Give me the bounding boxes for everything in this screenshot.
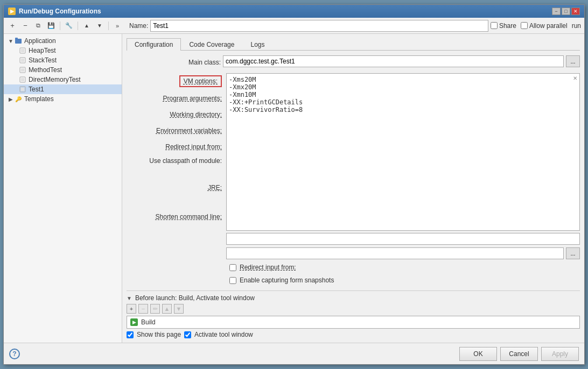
working-dir-label-cell: Working directory: <box>127 107 226 123</box>
sidebar-item-application-label: Application <box>24 37 56 45</box>
share-checkbox-label[interactable]: Share <box>491 22 516 30</box>
tab-logs[interactable]: Logs <box>242 38 272 51</box>
bottom-bar: ? OK Cancel Apply <box>4 343 584 364</box>
title-bar: ▶ Run/Debug Configurations − □ ✕ <box>4 5 584 18</box>
use-classpath-label-cell: Use classpath of module: <box>127 155 226 182</box>
before-launch-section: ▼ Before launch: Build, Activate tool wi… <box>127 290 580 338</box>
leaf-spacer-5 <box>11 86 19 93</box>
name-input[interactable] <box>150 20 488 32</box>
ok-button[interactable]: OK <box>459 347 497 361</box>
sidebar-item-templates[interactable]: ▶ 🔑 Templates <box>4 94 122 104</box>
redirect-row: Redirect input from: <box>127 264 580 271</box>
svg-rect-11 <box>21 88 24 91</box>
leaf-spacer-2 <box>11 56 19 64</box>
apply-button[interactable]: Apply <box>541 347 579 361</box>
settings-button[interactable]: 🔧 <box>64 20 74 31</box>
build-label: Build <box>141 318 156 326</box>
svg-rect-1 <box>15 38 18 39</box>
before-launch-toolbar: + − ✏ ▲ ▼ <box>127 304 580 314</box>
redirect-label: Redirect input from: <box>165 143 222 151</box>
name-label: Name: <box>129 22 148 30</box>
activate-window-checkbox[interactable] <box>184 331 191 338</box>
bl-add-button[interactable]: + <box>127 304 136 314</box>
title-bar-controls: − □ ✕ <box>552 8 580 15</box>
working-dir-label: Working directory: <box>170 111 222 118</box>
sidebar-item-heaptest[interactable]: HeapTest <box>4 46 122 55</box>
copy-button[interactable]: ⧉ <box>33 20 44 31</box>
sidebar: ▼ Application HeapTest <box>4 34 122 343</box>
vm-close-button[interactable]: ✕ <box>571 74 579 82</box>
share-label: Share <box>499 22 516 30</box>
sidebar-item-methodtest-label: MethodTest <box>29 66 62 74</box>
tab-code-coverage[interactable]: Code Coverage <box>181 38 242 51</box>
main-class-input[interactable] <box>223 55 564 67</box>
window-icon: ▶ <box>8 8 16 15</box>
vm-options-label-cell: VM options: <box>127 73 226 89</box>
allow-parallel-checkbox[interactable] <box>521 22 528 29</box>
show-page-label: Show this page <box>137 331 181 338</box>
working-dir-browse-button[interactable]: ... <box>566 247 580 259</box>
run-label: run <box>572 22 581 30</box>
sidebar-item-methodtest[interactable]: MethodTest <box>4 65 122 75</box>
show-page-row: Show this page Activate tool window <box>127 331 580 338</box>
minimize-button[interactable]: − <box>552 8 561 15</box>
bl-remove-button[interactable]: − <box>138 304 148 314</box>
bl-down-button[interactable]: ▼ <box>174 304 184 314</box>
bl-up-button[interactable]: ▲ <box>162 304 172 314</box>
enable-capturing-row: Enable capturing form snapshots <box>127 276 580 284</box>
sidebar-item-test1-label: Test1 <box>29 86 44 93</box>
before-launch-expander[interactable]: ▼ <box>127 295 132 301</box>
application-folder-icon <box>15 37 22 45</box>
svg-rect-5 <box>21 59 24 62</box>
env-vars-label-cell: Environment variables: <box>127 123 226 139</box>
browse-button[interactable]: ... <box>566 55 580 67</box>
leaf-spacer-3 <box>11 66 19 74</box>
sidebar-item-test1[interactable]: Test1 <box>4 84 122 94</box>
stacktest-icon <box>19 56 26 64</box>
config-panel: Main class: ... VM options: Program argu… <box>127 55 580 338</box>
vm-options-label[interactable]: VM options: <box>179 75 222 87</box>
jre-label: JRE: <box>208 184 222 191</box>
redirect-checkbox[interactable] <box>229 264 236 271</box>
sidebar-item-stacktest-label: StackTest <box>29 56 57 64</box>
sidebar-item-templates-label: Templates <box>24 95 54 103</box>
cancel-button[interactable]: Cancel <box>500 347 538 361</box>
show-page-checkbox[interactable] <box>127 331 134 338</box>
directmemorytest-icon <box>19 76 26 83</box>
env-vars-label: Environment variables: <box>156 127 222 134</box>
tab-configuration[interactable]: Configuration <box>127 38 181 51</box>
allow-parallel-checkbox-label[interactable]: Allow parallel <box>521 22 568 30</box>
share-checkbox[interactable] <box>491 22 498 29</box>
help-button[interactable]: ? <box>9 349 20 359</box>
sidebar-item-directmemorytest-label: DirectMemoryTest <box>29 76 81 83</box>
down-button[interactable]: ▼ <box>94 20 105 31</box>
before-launch-label: Before launch: Build, Activate tool wind… <box>135 294 255 302</box>
save-button[interactable]: 💾 <box>46 20 57 31</box>
close-button[interactable]: ✕ <box>571 8 580 15</box>
up-button[interactable]: ▲ <box>81 20 92 31</box>
sidebar-item-stacktest[interactable]: StackTest <box>4 55 122 65</box>
remove-button[interactable]: − <box>20 20 31 31</box>
leaf-spacer-4 <box>11 76 19 83</box>
main-window: ▶ Run/Debug Configurations − □ ✕ + − ⧉ 💾… <box>3 4 585 365</box>
add-button[interactable]: + <box>7 20 18 31</box>
vm-options-textarea[interactable]: -Xms20M -Xmx20M -Xmn10M -XX:+PrintGCDeta… <box>226 73 580 231</box>
main-class-label: Main class: <box>127 57 221 66</box>
bl-edit-button[interactable]: ✏ <box>150 304 160 314</box>
sidebar-item-directmemorytest[interactable]: DirectMemoryTest <box>4 75 122 84</box>
sidebar-item-application[interactable]: ▼ Application <box>4 36 122 46</box>
vm-section: VM options: Program arguments: Working d… <box>127 73 580 260</box>
maximize-button[interactable]: □ <box>562 8 570 15</box>
enable-capturing-checkbox[interactable] <box>229 277 236 284</box>
fields-column: -Xms20M -Xmx20M -Xmn10M -XX:+PrintGCDeta… <box>226 73 580 260</box>
labels-column: VM options: Program arguments: Working d… <box>127 73 226 260</box>
build-icon: ▶ <box>130 318 138 326</box>
svg-rect-9 <box>21 78 24 81</box>
use-classpath-label: Use classpath of module: <box>149 157 222 165</box>
program-args-input[interactable] <box>226 233 580 245</box>
tabs: Configuration Code Coverage Logs <box>127 38 580 51</box>
working-dir-input[interactable] <box>226 247 564 259</box>
more-button[interactable]: » <box>112 20 123 31</box>
templates-icon: 🔑 <box>15 95 22 103</box>
toolbar-separator-2 <box>78 22 78 30</box>
